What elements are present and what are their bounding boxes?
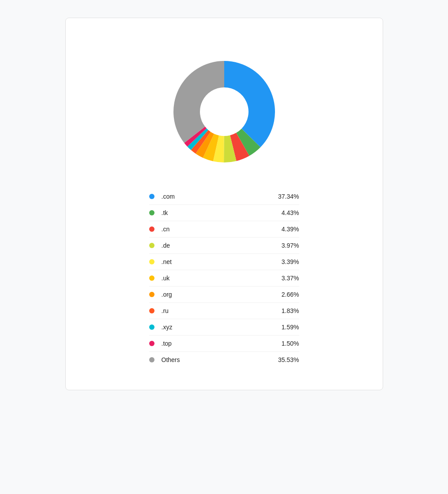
legend-item: Others35.53% [149, 352, 299, 368]
legend-item: .xyz1.59% [149, 319, 299, 336]
legend-dot [149, 226, 154, 232]
legend-label: .com [162, 193, 192, 200]
legend-dot [149, 259, 154, 264]
donut-svg [167, 54, 282, 169]
legend-value: 1.50% [282, 340, 299, 347]
legend-value: 3.39% [282, 258, 299, 265]
legend-dot [149, 341, 154, 346]
legend-value: 3.37% [282, 275, 299, 282]
legend-label: .cn [162, 226, 192, 233]
legend-label: .xyz [162, 324, 192, 331]
chart-card: .com37.34%.tk4.43%.cn4.39%.de3.97%.net3.… [65, 18, 383, 390]
legend-item: .net3.39% [149, 254, 299, 270]
legend-label: .net [162, 258, 192, 265]
legend-dot [149, 292, 154, 297]
legend-item: .com37.34% [149, 189, 299, 205]
legend-value: 37.34% [278, 193, 299, 200]
legend-label: .ru [162, 307, 192, 314]
legend-dot [149, 210, 154, 215]
legend-value: 1.83% [282, 307, 299, 314]
legend-value: 2.66% [282, 291, 299, 298]
legend-item: .de3.97% [149, 238, 299, 254]
legend-label: .top [162, 340, 192, 347]
legend-value: 4.39% [282, 226, 299, 233]
legend-item: .tk4.43% [149, 205, 299, 221]
legend-label: .tk [162, 209, 192, 216]
legend-value: 3.97% [282, 242, 299, 249]
legend-label: .uk [162, 275, 192, 282]
segment-.com [224, 61, 275, 147]
legend-item: .top1.50% [149, 336, 299, 352]
legend-item: .cn4.39% [149, 221, 299, 238]
legend-item: .ru1.83% [149, 303, 299, 319]
segment-Others [173, 61, 224, 143]
legend-item: .uk3.37% [149, 270, 299, 287]
legend-dot [149, 243, 154, 248]
legend-label: Others [162, 356, 192, 363]
donut-chart [167, 54, 282, 169]
legend-value: 1.59% [282, 324, 299, 331]
legend-value: 35.53% [278, 356, 299, 363]
legend-dot [149, 357, 154, 362]
legend-label: .de [162, 242, 192, 249]
legend-value: 4.43% [282, 209, 299, 216]
legend-dot [149, 308, 154, 313]
legend-label: .org [162, 291, 192, 298]
legend-dot [149, 275, 154, 281]
legend: .com37.34%.tk4.43%.cn4.39%.de3.97%.net3.… [149, 189, 299, 368]
legend-dot [149, 194, 154, 199]
legend-dot [149, 324, 154, 330]
legend-item: .org2.66% [149, 287, 299, 303]
